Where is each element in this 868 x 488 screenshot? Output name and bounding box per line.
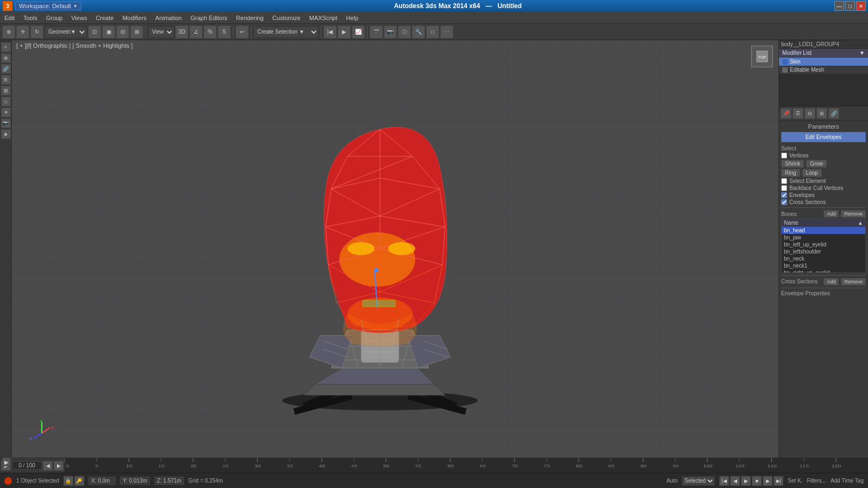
toolbar-snap-angle[interactable]: ∠ [189, 26, 202, 39]
modifier-skin[interactable]: Skin [779, 58, 868, 66]
toolbar-select-icon[interactable]: ⊕ [2, 26, 15, 39]
modifier-editable-mesh[interactable]: Editable Mesh [779, 66, 868, 74]
toolbar-curve-editor[interactable]: 📈 [352, 26, 365, 39]
bone-item-head[interactable]: bn_head [782, 227, 865, 234]
menu-create[interactable]: Create [91, 12, 118, 23]
toolbar-geometry-select[interactable]: Geometri▼ [45, 26, 87, 38]
left-tb-spacers[interactable]: ◈ [1, 129, 11, 139]
toolbar-named-sel[interactable]: ↩ [236, 26, 249, 39]
navicube[interactable]: TOP [751, 46, 773, 67]
maximize-button[interactable]: □ [845, 1, 855, 11]
toolbar-move-icon[interactable]: ✛ [16, 26, 29, 39]
rp-icon-list[interactable]: ☰ [793, 108, 803, 119]
pb-stop[interactable]: ■ [752, 476, 762, 486]
menu-animation[interactable]: Animation [151, 12, 186, 23]
toolbar-snap-percent[interactable]: % [204, 26, 217, 39]
toolbar-mirror[interactable]: ⊟ [116, 26, 129, 39]
loop-btn[interactable]: Loop [802, 169, 822, 177]
svg-text:50: 50 [383, 464, 389, 468]
menu-help[interactable]: Help [342, 12, 363, 23]
cross-sections-checkbox[interactable] [781, 199, 787, 205]
toolbar-anim-play[interactable]: ▶ [338, 26, 351, 39]
bones-list[interactable]: Name ▲ bn_head bn_jaw bn_left_up_eyelid … [781, 219, 866, 273]
left-tb-link[interactable]: 🔗 [1, 64, 11, 74]
bone-item-jaw[interactable]: bn_jaw [782, 234, 865, 241]
menu-customize[interactable]: Customize [268, 12, 305, 23]
toolbar-create-selection[interactable]: Create Selection ▼ [254, 26, 319, 38]
pb-prev-frame[interactable]: ◀ [730, 476, 740, 486]
toolbar-view-select[interactable]: View [148, 26, 174, 38]
backface-cull-checkbox[interactable] [781, 185, 787, 191]
rp-icon-link[interactable]: 🔗 [828, 108, 839, 119]
bone-item-neck[interactable]: bn_neck [782, 255, 865, 262]
close-button[interactable]: ✕ [856, 1, 866, 11]
left-tb-helpers[interactable]: ⊞ [1, 86, 11, 96]
shrink-btn[interactable]: Shrink [781, 160, 804, 168]
edit-envelopes-btn[interactable]: Edit Envelopes [781, 132, 866, 142]
toolbar-viewport-bg[interactable]: □ [426, 26, 439, 39]
left-tb-lights[interactable]: ☀ [1, 107, 11, 117]
rp-icon-pin[interactable]: 📌 [781, 108, 791, 119]
cross-sections-remove-btn[interactable]: Remove [841, 278, 866, 286]
left-tb-select[interactable]: ⊕ [1, 53, 11, 63]
bones-remove-btn[interactable]: Remove [841, 210, 866, 218]
tl-next[interactable]: ▶ [54, 461, 64, 471]
ring-btn[interactable]: Ring [781, 169, 800, 177]
toolbar-render-setup[interactable]: 🔧 [412, 26, 425, 39]
status-selected-dropdown[interactable]: Selected [682, 476, 715, 486]
menu-modifiers[interactable]: Modifiers [118, 12, 151, 23]
select-element-checkbox[interactable] [781, 178, 787, 184]
pb-play[interactable]: ▶ [741, 476, 751, 486]
pb-forward[interactable]: ▶| [774, 476, 783, 486]
modifier-list-dropdown-icon[interactable]: ▼ [859, 50, 865, 56]
menu-group[interactable]: Group [42, 12, 67, 23]
menu-edit[interactable]: Edit [0, 12, 19, 23]
bone-item-neck1[interactable]: bn_neck1 [782, 262, 865, 269]
pb-rewind[interactable]: |◀ [719, 476, 729, 486]
timeline-bar[interactable]: 0 5 10 15 20 25 30 35 40 [65, 458, 868, 473]
status-icon-key[interactable]: 🔑 [74, 476, 84, 486]
toolbar-render[interactable]: 🎬 [370, 26, 383, 39]
bone-item-right-up-eyelid[interactable]: bn_right_up_eyelid [782, 269, 865, 273]
left-tb-camera[interactable]: 📷 [1, 118, 11, 128]
workspace-badge[interactable]: Workspace: Default ▼ [15, 2, 81, 10]
toolbar-material-editor[interactable]: ⬡ [398, 26, 411, 39]
menu-graph-editors[interactable]: Graph Editors [186, 12, 232, 23]
menu-maxscript[interactable]: MAXScript [305, 12, 342, 23]
rp-icon-filter[interactable]: ⊟ [804, 108, 815, 119]
grow-btn[interactable]: Grow [806, 160, 827, 168]
menu-views[interactable]: Views [67, 12, 91, 23]
rp-icon-hierarchy[interactable]: ⊞ [816, 108, 827, 119]
bones-sort-icon[interactable]: ▲ [858, 220, 863, 226]
menu-rendering[interactable]: Rendering [232, 12, 268, 23]
cross-sections-add-btn[interactable]: Add [823, 278, 839, 286]
viewport[interactable]: [ + ][f] Orthographic | [ Smooth + Highl… [12, 40, 778, 458]
bone-item-leftshoulder[interactable]: bn_leftshoulder [782, 248, 865, 255]
minimize-button[interactable]: — [834, 1, 844, 11]
toolbar-snap-spinner[interactable]: S [218, 26, 231, 39]
viewport-play-button[interactable]: ▶ [2, 458, 11, 466]
toolbar-rotate-icon[interactable]: ↻ [30, 26, 43, 39]
bones-add-btn[interactable]: Add [823, 210, 839, 218]
status-y-field[interactable]: Y: 0.013m [120, 477, 150, 485]
toolbar-render-frame[interactable]: 📷 [384, 26, 397, 39]
status-z-field[interactable]: Z: 1.571m [154, 477, 184, 485]
toolbar-snap-3d[interactable]: 3D [175, 26, 188, 39]
pb-next-frame[interactable]: ▶ [763, 476, 772, 486]
left-tb-shapes[interactable]: ◇ [1, 97, 11, 106]
left-tb-bind[interactable]: B [1, 75, 11, 85]
envelopes-checkbox[interactable] [781, 192, 787, 198]
menu-tools[interactable]: Tools [19, 12, 42, 23]
tl-prev[interactable]: ◀ [43, 461, 53, 471]
bone-item-left-up-eyelid[interactable]: bn_left_up_eyelid [782, 241, 865, 248]
vertices-checkbox[interactable] [781, 153, 787, 159]
status-x-field[interactable]: X: 0.0m [88, 477, 116, 485]
toolbar-align[interactable]: ⊠ [130, 26, 143, 39]
toolbar-more[interactable]: ⋯ [440, 26, 453, 39]
toolbar-select-region[interactable]: ▣ [102, 26, 115, 39]
toolbar-scale-icon[interactable]: ⊡ [88, 26, 101, 39]
left-tb-create[interactable]: + [1, 42, 11, 52]
workspace-dropdown-icon[interactable]: ▼ [73, 4, 78, 9]
toolbar-anim-set[interactable]: |◀ [324, 26, 337, 39]
status-icon-lock[interactable]: 🔒 [64, 476, 73, 486]
